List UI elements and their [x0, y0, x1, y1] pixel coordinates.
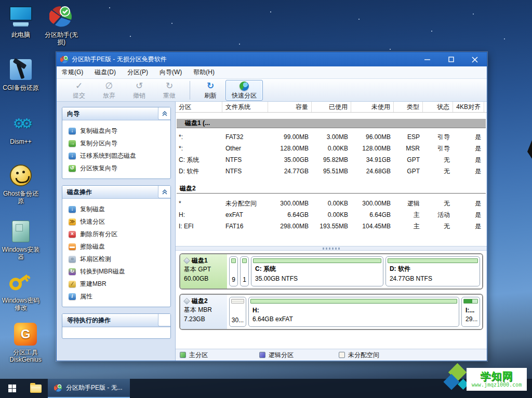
sidebar-item-migrate-os-ssd[interactable]: ↓迁移系统到固态磁盘	[62, 149, 170, 162]
desktop-icon-partition-assistant[interactable]: 分区助手(无损)	[41, 3, 82, 46]
sidebar-item-properties[interactable]: i属性	[62, 290, 170, 303]
column-capacity[interactable]: 容量	[268, 102, 312, 112]
column-type[interactable]: 类型	[394, 102, 423, 112]
windows-logo-icon	[8, 385, 16, 392]
menu-help[interactable]: 帮助(H)	[193, 68, 215, 77]
disk1-group-header[interactable]: 磁盘1 (...	[177, 119, 486, 128]
partition-block-c[interactable]: C: 系统 35.00GB NTFS	[251, 256, 383, 286]
desktop-icon-dism[interactable]: ⚙⚙ Dism++	[1, 110, 41, 145]
partition-block-i[interactable]: I:... 29...	[461, 297, 480, 327]
table-row[interactable]: * 未分配空间 300.00MB 0.00KB 300.00MB 逻辑 无 是	[176, 198, 487, 209]
partition-block-esp[interactable]: 9	[229, 256, 238, 286]
delete-icon: ×	[69, 231, 76, 238]
redo-button[interactable]: ↻ 重做	[154, 80, 184, 101]
maximize-button[interactable]	[439, 52, 463, 66]
partition-table: 分区 文件系统 容量 已使用 未使用 类型 状态 4KB对齐 磁盘1 (... …	[176, 102, 487, 246]
table-row[interactable]: D: 软件 NTFS 24.77GB 95.51MB 24.68GB GPT 无…	[176, 166, 487, 177]
convert-icon: ↻	[69, 268, 76, 275]
sky-stars	[109, 7, 110, 8]
menu-partition[interactable]: 分区(P)	[127, 68, 148, 77]
undo-button[interactable]: ↺ 撤销	[124, 80, 154, 101]
ghost-icon	[1, 162, 41, 189]
sidebar-item-copy-disk[interactable]: ↓复制磁盘	[62, 203, 170, 215]
column-partition[interactable]: 分区	[176, 102, 222, 112]
disk-graph-area: 磁盘1 基本 GPT 60.00GB 9 1	[176, 251, 487, 349]
minimize-button[interactable]	[415, 52, 439, 66]
watermark: 学知网 www.jmqz1000.com	[445, 365, 528, 395]
menu-general[interactable]: 常规(G)	[62, 68, 83, 77]
disk2-graph-row: 磁盘2 基本 MBR 7.23GB 30... H:	[179, 294, 483, 330]
menu-disk[interactable]: 磁盘(D)	[95, 68, 116, 77]
splitter-grip-icon	[323, 248, 340, 250]
unallocated-swatch	[339, 352, 345, 358]
partition-assistant-window: 分区助手PE版 - 无损分区免费软件 常规(G) 磁盘(D) 分区(P) 向导(…	[56, 52, 487, 361]
table-row[interactable]: I: EFI FAT16 298.00MB 193.55MB 104.45MB …	[176, 221, 487, 232]
panel-disk-operations-header: 磁盘操作	[62, 186, 170, 199]
desktop-icon-windows-password[interactable]: Windows密码修改	[1, 269, 41, 312]
collapse-button[interactable]	[158, 314, 170, 326]
partition-recovery-icon: ↺	[69, 165, 76, 172]
collapse-button[interactable]	[158, 107, 170, 120]
file-explorer-taskbar-button[interactable]	[24, 379, 48, 398]
menu-wizard[interactable]: 向导(W)	[159, 68, 182, 77]
partition-block-msr[interactable]: 1	[240, 256, 249, 286]
panel-pending-operations: 等待执行的操作	[62, 313, 171, 339]
desktop-icon-diskgenius[interactable]: G 分区工具 DiskGenius	[1, 321, 50, 364]
collapse-button[interactable]	[158, 186, 170, 198]
close-button[interactable]	[463, 52, 487, 66]
active-task-button[interactable]: 分区助手PE版 - 无...	[48, 379, 130, 398]
disk2-group-header[interactable]: 磁盘2	[177, 184, 486, 194]
partition-block-unallocated[interactable]: 30...	[229, 297, 246, 327]
desktop-icon-windows-installer[interactable]: Windows安装器	[1, 218, 41, 261]
sidebar-item-quick-partition[interactable]: ≫快速分区	[62, 215, 170, 228]
disk-icon	[183, 298, 190, 305]
key-icon	[1, 269, 41, 296]
discard-button[interactable]: ∅ 放弃	[94, 80, 124, 101]
disk2-label[interactable]: 磁盘2 基本 MBR 7.23GB	[180, 295, 227, 329]
sidebar-item-wipe-disk[interactable]: ▬擦除磁盘	[62, 240, 170, 253]
desktop-icon-this-pc[interactable]: 此电脑	[1, 3, 41, 38]
cancel-circle-icon: ∅	[105, 81, 113, 91]
table-row[interactable]: H: exFAT 6.64GB 0.00KB 6.64GB 主 活动 是	[176, 209, 487, 221]
desktop-icon-ghost-backup[interactable]: Ghost备份还原	[1, 162, 41, 205]
refresh-button[interactable]: ↻ 刷新	[195, 80, 225, 101]
partition-block-h[interactable]: H: 6.64GB exFAT	[248, 297, 459, 327]
panel-wizards-header: 向导	[62, 107, 170, 120]
pane-splitter[interactable]	[176, 246, 487, 251]
table-row[interactable]: *: FAT32 99.00MB 3.00MB 96.00MB ESP 引导 是	[176, 131, 487, 143]
desktop-icon-cgi-backup[interactable]: CGI备份还原	[1, 56, 41, 91]
submit-button[interactable]: ✓ 提交	[64, 80, 94, 101]
table-header: 分区 文件系统 容量 已使用 未使用 类型 状态 4KB对齐	[176, 102, 487, 113]
sidebar-item-convert-to-mbr[interactable]: ↻转换到MBR磁盘	[62, 265, 170, 278]
table-row[interactable]: *: Other 128.00MB 0.00KB 128.00MB MSR 引导…	[176, 143, 487, 154]
quick-partition-icon	[240, 81, 249, 91]
legend-unallocated: 未分配空间	[339, 351, 418, 360]
column-unused[interactable]: 未使用	[351, 102, 394, 112]
sidebar-item-delete-all-partitions[interactable]: ×删除所有分区	[62, 228, 170, 240]
start-button[interactable]	[0, 379, 24, 398]
pencil-icon: ∕	[69, 281, 76, 287]
column-4kb-aligned[interactable]: 4KB对齐	[453, 102, 484, 112]
this-pc-icon	[1, 3, 41, 30]
panel-pending-operations-header: 等待执行的操作	[62, 314, 170, 327]
column-filesystem[interactable]: 文件系统	[222, 102, 268, 112]
quick-partition-button[interactable]: 快速分区	[225, 80, 263, 101]
table-row[interactable]: C: 系统 NTFS 35.00GB 95.82MB 34.91GB GPT 无…	[176, 154, 487, 166]
column-used[interactable]: 已使用	[312, 102, 351, 112]
sidebar-item-bad-sector-test[interactable]: ○坏扇区检测	[62, 253, 170, 265]
disk1-label[interactable]: 磁盘1 基本 GPT 60.00GB	[180, 254, 227, 289]
column-status[interactable]: 状态	[423, 102, 453, 112]
legend-primary-partition: 主分区	[180, 351, 259, 360]
partition-list-pane: 分区 文件系统 容量 已使用 未使用 类型 状态 4KB对齐 磁盘1 (... …	[175, 102, 487, 361]
redo-arrow-icon: ↻	[166, 81, 173, 91]
sidebar-item-copy-partition-wizard[interactable]: →复制分区向导	[62, 137, 170, 149]
usage-strip	[231, 299, 244, 304]
partition-block-d[interactable]: D: 软件 24.77GB NTFS	[385, 256, 480, 286]
sidebar-item-copy-disk-wizard[interactable]: ↓复制磁盘向导	[62, 125, 170, 137]
pending-operations-list[interactable]	[62, 327, 170, 338]
sidebar-item-partition-recovery-wizard[interactable]: ↺分区恢复向导	[62, 162, 170, 174]
panel-disk-operations: 磁盘操作 ↓复制磁盘 ≫快速分区 ×删除所有分区 ▬擦除磁盘 ○坏扇区检测 ↻转…	[62, 185, 171, 307]
app-icon	[54, 384, 62, 392]
sidebar-item-rebuild-mbr[interactable]: ∕重建MBR	[62, 278, 170, 290]
window-titlebar[interactable]: 分区助手PE版 - 无损分区免费软件	[57, 52, 487, 66]
